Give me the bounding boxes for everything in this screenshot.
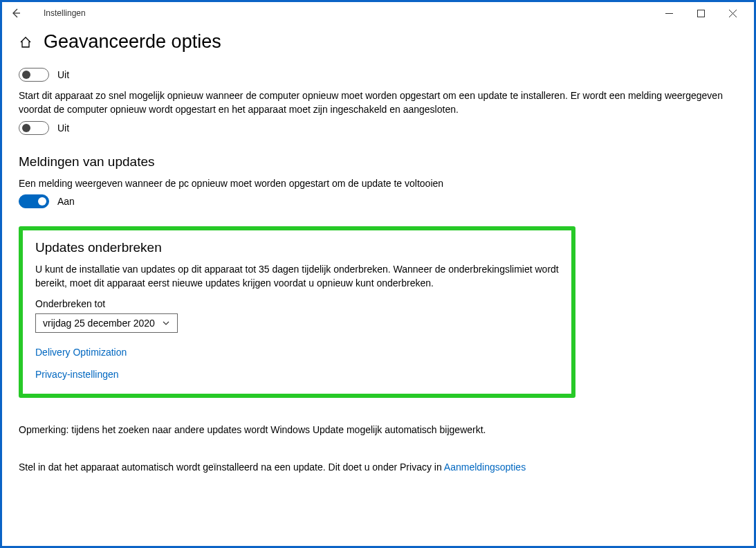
- home-icon: [19, 36, 32, 48]
- metered-toggle-label: Uit: [57, 69, 69, 80]
- maximize-button[interactable]: [685, 2, 717, 24]
- delivery-optimization-link[interactable]: Delivery Optimization: [35, 347, 559, 358]
- notifications-description: Een melding weergeven wanneer de pc opni…: [19, 176, 731, 190]
- titlebar: Instellingen: [2, 2, 754, 24]
- window-frame: Instellingen Geavanceerde opties Uit Sta…: [0, 0, 756, 548]
- restart-toggle-row: Uit: [19, 121, 737, 135]
- window-controls: [653, 2, 748, 24]
- update-note: Opmerking: tijdens het zoeken naar ander…: [19, 424, 737, 435]
- svg-rect-0: [697, 10, 704, 17]
- pause-until-dropdown[interactable]: vrijdag 25 december 2020: [35, 313, 178, 333]
- restart-description: Start dit apparaat zo snel mogelijk opni…: [19, 89, 731, 117]
- back-button[interactable]: [8, 5, 24, 21]
- signin-options-link[interactable]: Aanmeldingsopties: [444, 462, 526, 473]
- content-area: Uit Start dit apparaat zo snel mogelijk …: [2, 68, 754, 473]
- metered-toggle[interactable]: [19, 68, 49, 82]
- close-button[interactable]: [717, 2, 748, 24]
- notifications-toggle-label: Aan: [57, 196, 75, 207]
- chevron-down-icon: [162, 319, 170, 327]
- home-button[interactable]: [19, 35, 33, 49]
- maximize-icon: [697, 10, 705, 17]
- privacy-settings-link[interactable]: Privacy-instellingen: [35, 369, 559, 380]
- notifications-toggle[interactable]: [19, 194, 49, 208]
- notifications-toggle-row: Aan: [19, 194, 737, 208]
- notifications-heading: Meldingen van updates: [19, 154, 737, 170]
- metered-toggle-row: Uit: [19, 68, 737, 82]
- pause-updates-highlight: Updates onderbreken U kunt de installati…: [19, 226, 575, 399]
- arrow-left-icon: [10, 8, 21, 19]
- app-title: Instellingen: [44, 8, 86, 18]
- restart-toggle-label: Uit: [57, 122, 69, 134]
- header: Geavanceerde opties: [2, 24, 754, 64]
- restart-toggle[interactable]: [19, 121, 49, 135]
- minimize-button[interactable]: [653, 2, 685, 24]
- signin-note-text: Stel in dat het apparaat automatisch wor…: [19, 462, 444, 473]
- close-icon: [729, 10, 737, 17]
- pause-until-label: Onderbreken tot: [35, 298, 559, 309]
- minimize-icon: [665, 10, 673, 17]
- page-title: Geavanceerde opties: [44, 31, 221, 53]
- pause-description: U kunt de installatie van updates op dit…: [35, 262, 559, 291]
- pause-heading: Updates onderbreken: [35, 240, 559, 255]
- pause-until-value: vrijdag 25 december 2020: [43, 318, 155, 329]
- signin-note: Stel in dat het apparaat automatisch wor…: [19, 462, 737, 473]
